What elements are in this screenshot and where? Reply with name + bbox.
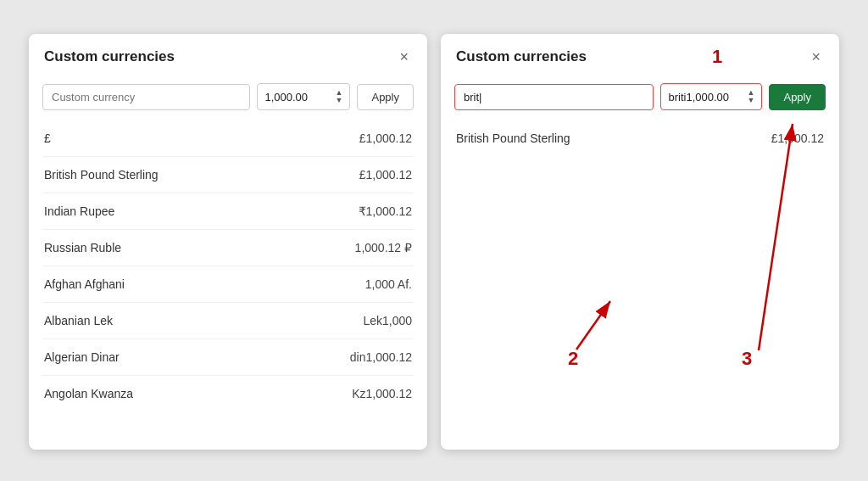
- currency-name: Albanian Lek: [44, 314, 113, 327]
- currency-value: 1,000.12 ₽: [355, 241, 412, 254]
- list-item[interactable]: British Pound Sterling£1,000.12: [454, 120, 826, 156]
- spinner-down-icon: ▼: [336, 97, 343, 104]
- left-currency-list-wrapper: ££1,000.12British Pound Sterling£1,000.1…: [29, 120, 427, 450]
- list-item[interactable]: ££1,000.12: [42, 120, 414, 157]
- left-spinner-arrows[interactable]: ▲ ▼: [336, 89, 343, 104]
- close-icon: ×: [399, 48, 409, 65]
- currency-name: Afghan Afghani: [44, 277, 125, 291]
- left-panel-header: Custom currencies ×: [29, 34, 427, 76]
- left-spinner-value: 1,000.00: [264, 91, 308, 103]
- list-item[interactable]: Russian Ruble1,000.12 ₽: [42, 230, 414, 266]
- list-item[interactable]: Algerian Dinardin1,000.12: [42, 339, 414, 376]
- right-spinner-value: briti1,000.00: [668, 91, 729, 103]
- currency-name: British Pound Sterling: [44, 168, 159, 182]
- right-spinner-arrows[interactable]: ▲ ▼: [748, 89, 755, 104]
- list-item[interactable]: Albanian LekLek1,000: [42, 303, 414, 339]
- currency-value: £1,000.12: [359, 168, 412, 182]
- right-currency-list: British Pound Sterling£1,000.12: [441, 120, 839, 156]
- right-panel-wrapper: Custom currencies × briti1,000.00 ▲ ▼ Ap…: [441, 34, 839, 450]
- close-icon-right: ×: [811, 48, 821, 65]
- currency-value: £1,000.12: [771, 131, 824, 145]
- list-item[interactable]: Indian Rupee₹1,000.12: [42, 193, 414, 230]
- right-search-input[interactable]: [454, 84, 654, 110]
- left-value-spinner[interactable]: 1,000.00 ▲ ▼: [257, 83, 350, 110]
- currency-name: Russian Ruble: [44, 241, 121, 254]
- currency-value: 1,000 Af.: [365, 277, 412, 291]
- right-currency-list-wrapper: British Pound Sterling£1,000.12: [441, 120, 839, 450]
- left-currency-list: ££1,000.12British Pound Sterling£1,000.1…: [29, 120, 427, 411]
- currency-name: Indian Rupee: [44, 204, 114, 218]
- right-panel-title: Custom currencies: [456, 48, 587, 65]
- currency-name: British Pound Sterling: [456, 131, 570, 145]
- left-panel-close-button[interactable]: ×: [396, 48, 412, 66]
- currency-name: £: [44, 131, 51, 145]
- currency-value: din1,000.12: [350, 350, 412, 364]
- right-panel-close-button[interactable]: ×: [808, 48, 824, 66]
- currency-value: Kz1,000.12: [352, 387, 412, 400]
- list-item[interactable]: Angolan KwanzaKz1,000.12: [42, 376, 414, 411]
- right-toolbar: briti1,000.00 ▲ ▼ Apply: [441, 76, 839, 120]
- left-toolbar: 1,000.00 ▲ ▼ Apply: [29, 76, 427, 120]
- currency-value: Lek1,000: [363, 314, 412, 327]
- right-panel: Custom currencies × briti1,000.00 ▲ ▼ Ap…: [441, 34, 839, 450]
- left-search-input[interactable]: [42, 84, 250, 110]
- currency-value: ₹1,000.12: [359, 204, 413, 218]
- left-panel-title: Custom currencies: [44, 48, 175, 65]
- currency-value: £1,000.12: [359, 131, 412, 145]
- right-value-spinner[interactable]: briti1,000.00 ▲ ▼: [660, 83, 762, 110]
- list-item[interactable]: Afghan Afghani1,000 Af.: [42, 266, 414, 303]
- right-panel-header: Custom currencies ×: [441, 34, 839, 76]
- left-apply-button[interactable]: Apply: [357, 84, 414, 110]
- list-item[interactable]: British Pound Sterling£1,000.12: [42, 157, 414, 193]
- currency-name: Algerian Dinar: [44, 350, 120, 364]
- spinner-down-icon-right: ▼: [748, 97, 755, 104]
- currency-name: Angolan Kwanza: [44, 387, 133, 400]
- right-apply-button[interactable]: Apply: [769, 84, 826, 110]
- left-panel: Custom currencies × 1,000.00 ▲ ▼ Apply £…: [29, 34, 427, 450]
